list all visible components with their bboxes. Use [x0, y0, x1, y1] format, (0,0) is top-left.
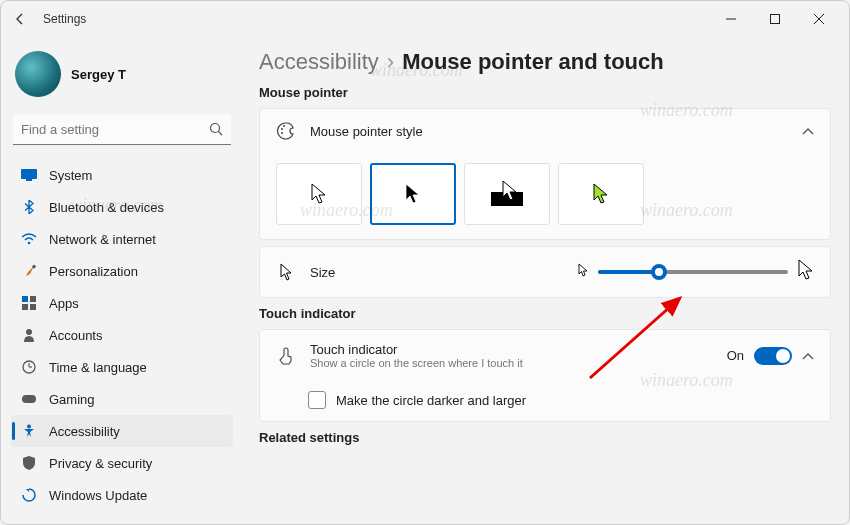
svg-point-19	[27, 425, 31, 429]
pointer-style-white[interactable]	[276, 163, 362, 225]
nav-label: Personalization	[49, 264, 138, 279]
minimize-button[interactable]	[709, 4, 753, 34]
nav-label: Gaming	[49, 392, 95, 407]
svg-line-5	[219, 132, 223, 136]
paintbrush-icon	[21, 263, 37, 279]
svg-point-20	[281, 128, 283, 130]
shield-icon	[21, 455, 37, 471]
svg-point-8	[28, 242, 31, 245]
apps-icon	[21, 295, 37, 311]
svg-point-4	[211, 124, 220, 133]
back-button[interactable]	[9, 8, 31, 30]
breadcrumb-parent[interactable]: Accessibility	[259, 49, 379, 75]
update-icon	[21, 487, 37, 503]
cursor-icon	[276, 262, 296, 282]
slider-thumb[interactable]	[651, 264, 667, 280]
svg-rect-12	[22, 304, 28, 310]
svg-rect-13	[30, 304, 36, 310]
svg-rect-10	[22, 296, 28, 302]
card-header[interactable]: Mouse pointer style	[260, 109, 830, 153]
pointer-size-card: Size	[259, 246, 831, 298]
sidebar: Sergey T System Bluetooth & devices Netw…	[1, 37, 241, 524]
card-sub: Show a circle on the screen where I touc…	[310, 357, 713, 369]
nav-accounts[interactable]: Accounts	[11, 319, 233, 351]
card-label: Mouse pointer style	[310, 124, 788, 139]
touch-indicator-card: Touch indicator Show a circle on the scr…	[259, 329, 831, 422]
pointer-style-custom[interactable]	[558, 163, 644, 225]
search-input[interactable]	[13, 115, 231, 145]
search-box[interactable]	[13, 115, 231, 145]
nav-label: System	[49, 168, 92, 183]
svg-rect-7	[26, 179, 32, 181]
display-icon	[21, 167, 37, 183]
svg-point-22	[281, 132, 283, 134]
nav-label: Accounts	[49, 328, 102, 343]
touch-toggle[interactable]	[754, 347, 792, 365]
section-touch-indicator: Touch indicator	[259, 306, 831, 321]
darker-larger-checkbox[interactable]	[308, 391, 326, 409]
user-name: Sergey T	[71, 67, 126, 82]
touch-icon	[276, 346, 296, 366]
window-title: Settings	[43, 12, 86, 26]
user-account-row[interactable]: Sergey T	[11, 45, 233, 107]
maximize-button[interactable]	[753, 4, 797, 34]
page-title: Mouse pointer and touch	[402, 49, 664, 75]
close-button[interactable]	[797, 4, 841, 34]
bluetooth-icon	[21, 199, 37, 215]
nav-label: Network & internet	[49, 232, 156, 247]
gamepad-icon	[21, 391, 37, 407]
clock-icon	[21, 359, 37, 375]
cursor-small-icon	[578, 263, 588, 281]
svg-rect-11	[30, 296, 36, 302]
nav-apps[interactable]: Apps	[11, 287, 233, 319]
settings-window: Settings Sergey T System Bluetooth & dev…	[0, 0, 850, 525]
accessibility-icon	[21, 423, 37, 439]
svg-rect-6	[21, 169, 37, 179]
nav-label: Privacy & security	[49, 456, 152, 471]
pointer-style-options	[260, 153, 830, 239]
nav-bluetooth[interactable]: Bluetooth & devices	[11, 191, 233, 223]
nav-accessibility[interactable]: Accessibility	[11, 415, 233, 447]
cursor-large-icon	[798, 259, 814, 285]
svg-rect-1	[771, 15, 780, 24]
svg-point-14	[26, 329, 32, 335]
chevron-right-icon: ›	[387, 49, 394, 75]
titlebar: Settings	[1, 1, 849, 37]
nav-gaming[interactable]: Gaming	[11, 383, 233, 415]
nav-label: Accessibility	[49, 424, 120, 439]
svg-rect-18	[22, 395, 36, 403]
nav-label: Bluetooth & devices	[49, 200, 164, 215]
toggle-label: On	[727, 348, 744, 363]
chevron-up-icon	[802, 347, 814, 365]
card-header[interactable]: Touch indicator Show a circle on the scr…	[260, 330, 830, 381]
nav-system[interactable]: System	[11, 159, 233, 191]
mouse-pointer-style-card: Mouse pointer style	[259, 108, 831, 240]
nav-label: Windows Update	[49, 488, 147, 503]
search-icon	[209, 122, 223, 140]
chevron-up-icon	[802, 122, 814, 140]
pointer-style-black[interactable]	[370, 163, 456, 225]
nav-windows-update[interactable]: Windows Update	[11, 479, 233, 511]
person-icon	[21, 327, 37, 343]
nav-privacy[interactable]: Privacy & security	[11, 447, 233, 479]
section-mouse-pointer: Mouse pointer	[259, 85, 831, 100]
size-slider[interactable]	[598, 270, 788, 274]
nav-network[interactable]: Network & internet	[11, 223, 233, 255]
touch-option-row[interactable]: Make the circle darker and larger	[260, 381, 830, 421]
breadcrumb: Accessibility › Mouse pointer and touch	[259, 49, 831, 75]
size-label: Size	[310, 265, 335, 280]
wifi-icon	[21, 231, 37, 247]
content-area: Accessibility › Mouse pointer and touch …	[241, 37, 849, 524]
nav-list: System Bluetooth & devices Network & int…	[11, 159, 233, 511]
svg-point-21	[283, 125, 285, 127]
pointer-style-inverted[interactable]	[464, 163, 550, 225]
nav-personalization[interactable]: Personalization	[11, 255, 233, 287]
section-related: Related settings	[259, 430, 831, 445]
avatar	[15, 51, 61, 97]
checkbox-label: Make the circle darker and larger	[336, 393, 526, 408]
nav-time-language[interactable]: Time & language	[11, 351, 233, 383]
nav-label: Apps	[49, 296, 79, 311]
palette-icon	[276, 121, 296, 141]
nav-label: Time & language	[49, 360, 147, 375]
card-label: Touch indicator	[310, 342, 713, 357]
